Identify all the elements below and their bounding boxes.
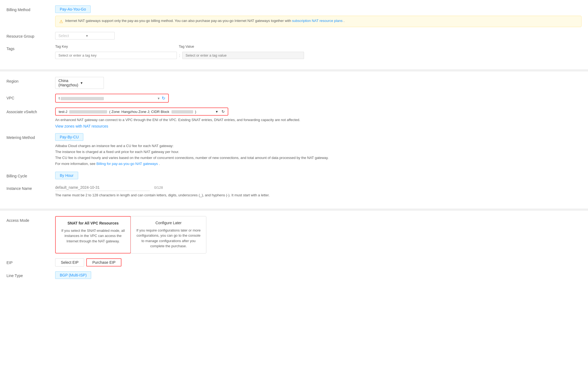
eip-label: EIP: [6, 258, 55, 265]
chevron-down-icon: ▾: [158, 96, 160, 100]
resource-group-select[interactable]: Select ▾: [55, 32, 115, 40]
metering-info-4: For more information, see Billing for pa…: [55, 161, 582, 167]
region-select[interactable]: China (Hangzhou) ▾: [55, 77, 104, 89]
vpc-label: VPC: [6, 94, 55, 100]
configure-later-card[interactable]: Configure Later If you require configura…: [131, 216, 206, 253]
region-value: China (Hangzhou): [58, 79, 78, 87]
tag-key-label: Tag Key: [55, 44, 68, 48]
snat-card-title: SNAT for All VPC Resources: [60, 221, 126, 225]
eip-options: Select EIP Purchase EIP: [55, 258, 582, 266]
region-label: Region: [6, 77, 55, 83]
instance-name-counter: 0/128: [154, 186, 163, 190]
warning-icon: ⚠: [59, 19, 63, 24]
view-zones-link[interactable]: View zones with NAT resources: [55, 124, 108, 128]
instance-name-input[interactable]: [55, 184, 150, 191]
pay-by-cu-button[interactable]: Pay-By-CU: [55, 133, 83, 141]
chevron-down-icon: ▾: [81, 81, 101, 85]
refresh-icon[interactable]: ↻: [222, 109, 225, 114]
billing-alert: ⚠ Internet NAT gateways support only the…: [55, 16, 582, 27]
chevron-down-icon: ▾: [86, 34, 111, 38]
vswitch-label: Associate vSwitch: [6, 108, 55, 114]
purchase-eip-button[interactable]: Purchase EIP: [86, 258, 121, 266]
pay-as-you-go-button[interactable]: Pay-As-You-Go: [55, 5, 91, 13]
access-mode-label: Access Mode: [6, 216, 55, 223]
metering-info-1: Alibaba Cloud charges an instance fee an…: [55, 143, 582, 149]
configure-later-desc: If you require configurations later or m…: [135, 228, 202, 249]
subscription-plans-link[interactable]: subscription NAT resource plans: [292, 19, 343, 23]
billing-link[interactable]: Billing for pay-as-you-go NAT gateways: [96, 162, 158, 166]
tags-label: Tags: [6, 44, 55, 51]
billing-cycle-label: Billing Cycle: [6, 172, 55, 178]
by-hour-button[interactable]: By Hour: [55, 172, 78, 179]
vswitch-value: test-J ( Zone: Hangzhou Zone J; CIDR Blo…: [59, 110, 214, 114]
resource-group-label: Resource Group: [6, 32, 55, 38]
bgp-multi-isp-button[interactable]: BGP (Multi-ISP): [55, 271, 91, 279]
tag-key-input[interactable]: [55, 52, 177, 59]
snat-all-vpc-card[interactable]: SNAT for All VPC Resources If you select…: [55, 216, 131, 253]
metering-label: Metering Method: [6, 133, 55, 140]
billing-alert-text: Internet NAT gateways support only the p…: [65, 19, 292, 23]
access-mode-options: SNAT for All VPC Resources If you select…: [55, 216, 582, 253]
instance-name-helper: The name must be 2 to 128 characters in …: [55, 193, 582, 198]
metering-info-2: The instance fee is charged at a fixed u…: [55, 149, 582, 155]
vswitch-helper: An enhanced NAT gateway can connect to a…: [55, 117, 582, 123]
vpc-value: t: [59, 96, 156, 100]
metering-info: Alibaba Cloud charges an instance fee an…: [55, 143, 582, 167]
snat-card-desc: If you select the SNAT-enabled mode, all…: [60, 228, 126, 244]
line-type-label: Line Type: [6, 271, 55, 278]
billing-alert-suffix: .: [343, 19, 345, 23]
resource-group-placeholder: Select: [58, 34, 84, 38]
billing-method-label: Billing Method: [6, 5, 55, 12]
select-eip-button[interactable]: Select EIP: [55, 258, 84, 266]
vswitch-select[interactable]: test-J ( Zone: Hangzhou Zone J; CIDR Blo…: [55, 108, 228, 116]
tag-value-input[interactable]: [182, 52, 304, 59]
vpc-select[interactable]: t ▾ ↻: [55, 94, 169, 103]
instance-name-label: Instance Name: [6, 184, 55, 191]
metering-info-3: The CU fee is charged hourly and varies …: [55, 155, 582, 161]
configure-later-title: Configure Later: [135, 221, 202, 225]
tag-value-label: Tag Value: [179, 44, 194, 48]
refresh-icon[interactable]: ↻: [162, 96, 165, 101]
tag-separator: :: [177, 53, 182, 58]
chevron-down-icon: ▾: [216, 109, 218, 114]
